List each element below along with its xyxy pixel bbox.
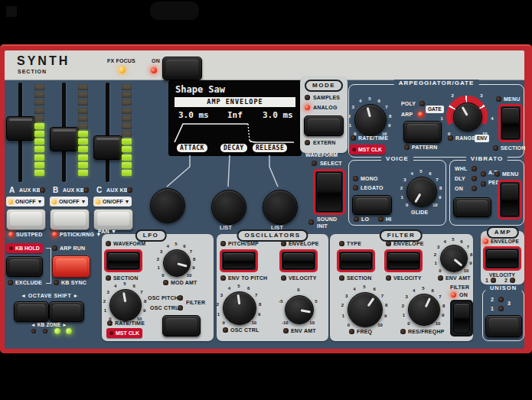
hi-label: HI xyxy=(386,216,391,222)
vibrato-section-button[interactable] xyxy=(501,183,519,216)
filter-type-label: TYPE xyxy=(347,241,361,246)
glide-knob[interactable] xyxy=(406,177,437,207)
arp-section-button-frame xyxy=(498,104,523,142)
vib-menu-led xyxy=(494,171,500,177)
lfo-waveform-button[interactable] xyxy=(107,252,139,269)
osc-envelope-button-frame xyxy=(279,249,318,272)
legato-led xyxy=(353,185,358,190)
filter-freq-knob[interactable] xyxy=(348,292,383,327)
osc-envelope-led xyxy=(281,241,286,246)
filter-title: FILTER xyxy=(380,229,423,242)
sound-init-label1: SOUND xyxy=(317,216,337,222)
unison-button[interactable] xyxy=(485,315,522,337)
osc-envelope-button[interactable] xyxy=(282,252,315,269)
filter-envelope-button[interactable] xyxy=(387,252,419,269)
arp-rate-knob[interactable] xyxy=(354,104,387,136)
lfo-mod-amt-led xyxy=(163,280,168,285)
filter-velocity-led xyxy=(386,275,391,281)
amp-envelope-button[interactable] xyxy=(486,249,518,268)
filter-type-button[interactable] xyxy=(340,252,372,269)
arp-run-button[interactable] xyxy=(52,255,90,278)
kb-hold-button[interactable] xyxy=(6,256,43,277)
fader-a-handle[interactable] xyxy=(6,116,35,141)
arp-mst-clk-badge: MST CLK xyxy=(349,145,385,154)
osc-pitch-smp-led xyxy=(220,241,226,246)
poly-led xyxy=(419,101,425,106)
arp-mst-clk-led xyxy=(352,148,356,151)
osc-pitch-smp-label: PITCH/SMP xyxy=(228,241,259,246)
waveform-select-button-frame xyxy=(313,169,345,215)
env-tag: ENV xyxy=(475,135,489,142)
octave-up-button[interactable] xyxy=(49,301,84,322)
upper-panel-button xyxy=(150,2,199,20)
lfo-dest-button[interactable] xyxy=(162,315,201,337)
osc-pitch-button[interactable] xyxy=(223,252,255,269)
lcd-release-value: 3.0 ms xyxy=(263,110,293,120)
channel-a-onoff[interactable]: ON/OFF ▼ xyxy=(6,197,44,207)
waveform-select-led xyxy=(312,161,317,166)
dly-led xyxy=(472,176,477,181)
arp-menu-label: MENU xyxy=(504,96,520,102)
release-knob[interactable] xyxy=(263,190,298,225)
filter-on-label2: ON xyxy=(459,292,468,298)
mode-button[interactable] xyxy=(304,115,344,136)
extern-led xyxy=(305,140,310,145)
meter-a xyxy=(34,84,45,176)
filter-freq-led xyxy=(349,329,354,334)
lcd-patch-name: Shape Saw xyxy=(175,84,225,95)
vibrato-mode-button[interactable] xyxy=(453,197,491,217)
vib-on-label: ON xyxy=(455,186,463,191)
channel-b-onoff-label: ON/OFF ▼ xyxy=(59,199,86,204)
filter-on-button[interactable] xyxy=(453,303,470,333)
channel-a-aux-led xyxy=(40,187,45,193)
channel-c-button[interactable] xyxy=(93,209,133,230)
lcd-decay-tag: DECAY xyxy=(220,144,247,152)
extern-label: EXTERN xyxy=(313,140,336,145)
page-subtitle: SECTION xyxy=(18,69,47,74)
exclude-led xyxy=(8,280,13,285)
arp-rate-time-label: RATE/TIME xyxy=(358,135,388,141)
arp-mode-button[interactable] xyxy=(403,121,442,143)
lcd-attack-value: 3.0 ms xyxy=(178,110,209,120)
channel-a-button[interactable] xyxy=(6,209,46,230)
glide-label: GLIDE xyxy=(411,210,428,215)
arp-rate-time-led xyxy=(351,135,356,141)
channel-a-aux-label: AUX KB xyxy=(19,187,41,193)
kb-hold-bracket xyxy=(46,248,51,284)
amp-velocity-2-led xyxy=(510,278,515,283)
lfo-mod-amt-knob[interactable] xyxy=(163,249,191,277)
osc-env-amt-knob[interactable] xyxy=(285,295,314,324)
fader-c-handle[interactable] xyxy=(93,135,122,160)
decay-knob[interactable] xyxy=(211,190,246,225)
lfo-mod-amt-label: MOD AMT xyxy=(171,280,197,285)
arp-section-label: SECTION xyxy=(501,145,526,151)
mono-label: MONO xyxy=(361,176,378,181)
filter-type-button-frame xyxy=(337,249,375,272)
arp-section-button[interactable] xyxy=(501,107,520,139)
lcd-display: Shape Saw AMP ENVELOPE 3.0 ms Inf 3.0 ms… xyxy=(168,80,302,156)
filter-env-amt-knob[interactable] xyxy=(440,245,468,272)
channel-b-button[interactable] xyxy=(50,209,90,230)
fader-b-handle[interactable] xyxy=(50,127,79,151)
channel-c-onoff[interactable]: ON/OFF ▼ xyxy=(93,197,132,207)
channel-b-onoff[interactable]: ON/OFF ▼ xyxy=(50,197,88,207)
osc-envelope-label: ENVELOPE xyxy=(289,241,319,246)
lfo-section-led xyxy=(106,275,111,281)
vibrato-title: VIBRATO xyxy=(466,155,508,162)
unison-3: 3 xyxy=(508,301,511,306)
channel-b-onoff-led xyxy=(52,200,57,204)
synth-on-button[interactable] xyxy=(162,57,202,80)
range-knob[interactable] xyxy=(453,102,482,132)
top-bar xyxy=(0,0,532,44)
filter-on-label1: FILTER xyxy=(450,285,469,290)
octave-down-button[interactable] xyxy=(14,301,49,322)
waveform-select-button[interactable] xyxy=(316,172,342,212)
attack-knob[interactable] xyxy=(150,188,185,223)
channel-a-letter: A xyxy=(9,186,15,194)
filter-res-knob[interactable] xyxy=(408,294,440,326)
lfo-mst-clk-led xyxy=(109,331,113,335)
lfo-rate-knob[interactable] xyxy=(109,289,142,321)
voice-mode-button[interactable] xyxy=(352,195,392,215)
osc-ctrl-knob[interactable] xyxy=(223,291,256,325)
lcd-decay-value: Inf xyxy=(227,110,243,120)
